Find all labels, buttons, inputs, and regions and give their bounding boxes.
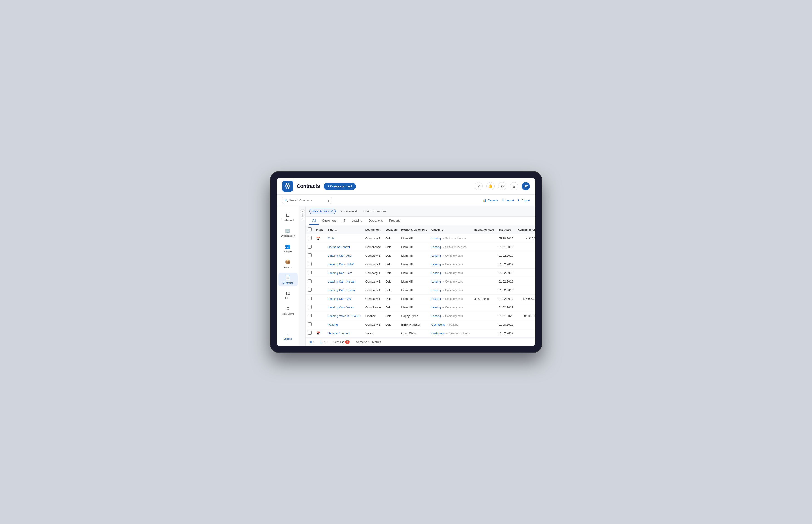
row-title-cell: Leasing Car - VW: [325, 295, 363, 303]
export-link[interactable]: ⬆ Export: [518, 199, 530, 202]
filters-label: Filters: [301, 212, 304, 220]
row-checkbox[interactable]: [308, 262, 312, 266]
settings-icon[interactable]: ⚙: [498, 182, 506, 190]
row-title-link[interactable]: Leasing Car - BMW: [328, 263, 353, 266]
row-title-link[interactable]: Citrix: [328, 237, 335, 240]
row-category-parent-link[interactable]: Leasing: [431, 254, 441, 257]
sidebar-label-organization: Organization: [281, 234, 295, 237]
row-title-link[interactable]: Leasing Car - Toyota: [328, 289, 355, 292]
row-category-parent-link[interactable]: Leasing: [431, 289, 441, 292]
row-checkbox[interactable]: [308, 331, 312, 335]
select-all-checkbox[interactable]: [308, 227, 312, 231]
remove-all-button[interactable]: ✕ Remove all: [338, 209, 359, 214]
sidebar-item-contracts[interactable]: 📄 Contracts: [278, 273, 298, 286]
row-flag-cell: [314, 260, 325, 269]
row-title-link[interactable]: Parking: [328, 323, 338, 326]
row-checkbox-cell: [306, 251, 314, 260]
avatar[interactable]: HC: [522, 182, 530, 190]
col-expiration: Expiration date: [472, 225, 496, 234]
row-category-parent-link[interactable]: Leasing: [431, 280, 441, 283]
row-title-link[interactable]: Service Contract: [328, 331, 350, 335]
columns-stat[interactable]: ⊞ 9: [309, 340, 315, 344]
row-department-cell: Company 1: [363, 260, 383, 269]
search-more-button[interactable]: ⋮: [327, 198, 330, 202]
sidebar-item-dashboard[interactable]: ⊞ Dashboard: [278, 210, 298, 224]
add-to-favorites-button[interactable]: ☆ Add to favorites: [362, 209, 388, 214]
reports-icon: 📊: [483, 199, 486, 202]
tab-property[interactable]: Property: [386, 216, 403, 225]
search-input[interactable]: [282, 197, 332, 204]
svg-rect-0: [286, 183, 287, 184]
create-contract-button[interactable]: + Create contract: [324, 183, 356, 190]
row-title-link[interactable]: Leasing Car - Volvo: [328, 306, 353, 309]
row-start-cell: 01.02.2019: [496, 295, 515, 303]
sidebar-label-contracts: Contracts: [283, 281, 293, 284]
row-category-parent-link[interactable]: Leasing: [431, 297, 441, 300]
row-title-link[interactable]: Leasing Volvo BE334567: [328, 314, 361, 318]
row-title-link[interactable]: Leasing Car - Nissan: [328, 280, 355, 283]
row-checkbox[interactable]: [308, 253, 312, 257]
rows-icon: ☰: [320, 340, 322, 344]
table-row: Leasing Car - Toyota Company 1 Oslo Liam…: [306, 286, 535, 295]
row-category-parent-link[interactable]: Leasing: [431, 263, 441, 266]
row-employee-cell: Liam Hill: [399, 286, 429, 295]
row-title-link[interactable]: Leasing Car - VW: [328, 297, 351, 300]
row-category-parent-link[interactable]: Leasing: [431, 314, 441, 318]
row-checkbox[interactable]: [308, 305, 312, 309]
table-row: Leasing Car - VW Company 1 Oslo Liam Hil…: [306, 295, 535, 303]
row-checkbox-cell: [306, 286, 314, 295]
sidebar-item-hoc-mgmt[interactable]: ⚙ HoC Mgmt: [278, 304, 298, 317]
tab-leasing[interactable]: Leasing: [349, 216, 365, 225]
rows-stat[interactable]: ☰ 50: [320, 340, 327, 344]
sidebar-item-assets[interactable]: 📦 Assets: [278, 257, 298, 271]
row-checkbox[interactable]: [308, 279, 312, 283]
event-list-stat[interactable]: Event list 2: [332, 340, 350, 344]
help-icon[interactable]: ?: [475, 182, 483, 190]
row-checkbox[interactable]: [308, 288, 312, 292]
row-title-link[interactable]: Leasing Car - Audi: [328, 254, 352, 257]
row-checkbox[interactable]: [308, 323, 312, 326]
tab-operations[interactable]: Operations: [365, 216, 386, 225]
filter-chip-close[interactable]: ✕: [331, 210, 333, 213]
row-flag-cell: [314, 312, 325, 321]
tab-all[interactable]: All: [309, 216, 319, 225]
row-checkbox[interactable]: [308, 245, 312, 248]
import-link[interactable]: ⬇ Import: [502, 199, 514, 202]
tab-customers[interactable]: Customers: [319, 216, 339, 225]
row-title-link[interactable]: Leasing Car - Ford: [328, 271, 352, 275]
row-location-cell: Oslo: [383, 286, 399, 295]
notifications-icon[interactable]: 🔔: [486, 182, 494, 190]
row-checkbox[interactable]: [308, 314, 312, 317]
sidebar-item-files[interactable]: 🗂 Files: [278, 288, 298, 302]
row-checkbox[interactable]: [308, 236, 312, 240]
reports-link[interactable]: 📊 Reports: [483, 199, 498, 202]
row-category-parent-link[interactable]: Leasing: [431, 237, 441, 240]
sidebar-expand-button[interactable]: › Expand: [282, 331, 294, 342]
col-title[interactable]: Title ▲: [325, 225, 363, 234]
active-filter-chip[interactable]: State: Active ↓ ✕: [309, 209, 336, 214]
row-category-parent-link[interactable]: Leasing: [431, 306, 441, 309]
sidebar-item-people[interactable]: 👥 People: [278, 241, 298, 255]
row-start-cell: 01.02.2019: [496, 277, 515, 286]
row-category-parent-link[interactable]: Leasing: [431, 246, 441, 249]
top-bar: Contracts + Create contract ? 🔔 ⚙ ⊞ HC: [277, 178, 535, 195]
row-title-link[interactable]: House of Control: [328, 245, 350, 249]
row-category-parent-link[interactable]: Leasing: [431, 272, 441, 275]
expand-arrow-icon: ›: [288, 334, 288, 337]
contracts-table-container: Flags Title ▲ Department Location Respon…: [306, 225, 535, 338]
row-department-cell: Company 1: [363, 234, 383, 243]
row-checkbox[interactable]: [308, 297, 312, 300]
columns-icon: ⊞: [309, 340, 312, 344]
people-icon: 👥: [285, 244, 291, 249]
row-expiration-cell: [472, 269, 496, 277]
row-start-cell: 01.02.2019: [496, 260, 515, 269]
row-start-cell: 01.02.2019: [496, 329, 515, 338]
row-category-cell: Customers → Service contracts: [429, 329, 472, 338]
row-category-parent-link[interactable]: Operations: [431, 323, 445, 326]
import-icon: ⬇: [502, 199, 504, 202]
sidebar-item-organization[interactable]: 🏢 Organization: [278, 226, 298, 240]
row-checkbox[interactable]: [308, 271, 312, 274]
row-category-parent-link[interactable]: Customers: [431, 332, 445, 335]
tab-it[interactable]: IT: [339, 216, 349, 225]
grid-icon[interactable]: ⊞: [510, 182, 518, 190]
